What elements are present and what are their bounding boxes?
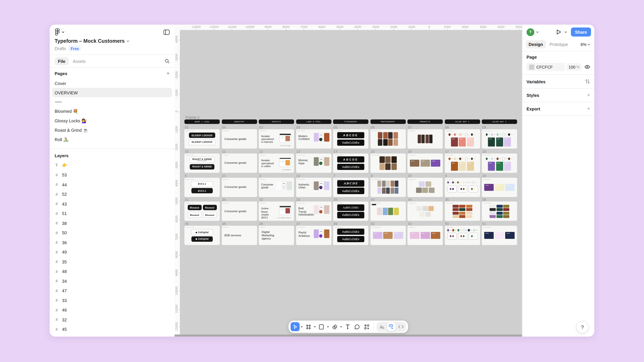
- canvas-card[interactable]: SERVICEConsumergoodsAa: [259, 177, 294, 197]
- sidebar-page-item[interactable]: Roll 🚴: [52, 135, 172, 144]
- canvas-card[interactable]: PRODUCTS: [407, 129, 443, 148]
- canvas-card[interactable]: PHOTOGRAPHY: [370, 129, 406, 148]
- file-title-row[interactable]: Typeform – Mock Customers: [55, 38, 170, 44]
- layer-item[interactable]: #46: [52, 305, 172, 315]
- search-icon[interactable]: [165, 59, 170, 63]
- add-style-icon[interactable]: +: [587, 93, 590, 97]
- canvas-card[interactable]: INDUSTRYConsumer goods: [222, 129, 257, 148]
- column-header-pill[interactable]: LOOK & FEEL: [296, 119, 331, 124]
- canvas-card[interactable]: TYPOGRAPHYABCDEAaBbCcDdEe: [333, 129, 368, 148]
- tab-assets[interactable]: Assets: [73, 59, 86, 63]
- column-header-pill[interactable]: COLOR WAY 2: [482, 119, 517, 124]
- layer-item[interactable]: #52: [52, 189, 172, 199]
- layer-item[interactable]: T👉: [52, 161, 172, 170]
- canvas-card[interactable]: COLOR WAY 2: [482, 153, 517, 173]
- layer-item[interactable]: #33: [52, 296, 172, 305]
- canvas-card[interactable]: LOOK & FEELMinimal,HypeAa: [296, 153, 331, 173]
- page-color-field[interactable]: CFCFCF: [526, 63, 565, 71]
- canvas-card[interactable]: COLOR WAY 2: [482, 129, 517, 148]
- canvas-card[interactable]: COLOR WAY 2: [482, 202, 517, 221]
- main-menu-chevron-icon[interactable]: [62, 31, 64, 33]
- frame-label[interactable]: Frame 2: [186, 115, 200, 119]
- variables-sliders-icon[interactable]: [585, 79, 590, 84]
- layer-item[interactable]: #32: [52, 315, 172, 325]
- zoom-control[interactable]: 6%: [580, 42, 590, 46]
- canvas-card[interactable]: SERVICEDigitalMarketingagency: [259, 226, 294, 245]
- add-export-icon[interactable]: +: [587, 107, 590, 111]
- canvas-card[interactable]: PRODUCTS: [407, 202, 443, 221]
- shape-tool-button[interactable]: [317, 322, 326, 331]
- pen-tool-button[interactable]: [330, 322, 339, 331]
- tab-file[interactable]: File: [55, 57, 68, 65]
- canvas-card[interactable]: NAME + LOGOROLLROLL: [184, 177, 220, 197]
- canvas-card[interactable]: PRODUCTS: [407, 226, 443, 245]
- canvas-card[interactable]: TYPOGRAPHYAaBbCcDdEeAaBbCcDdEe: [333, 226, 368, 245]
- column-header-pill[interactable]: TYPOGRAPHY: [333, 119, 368, 124]
- column-header-pill[interactable]: PRODUCTS: [407, 119, 443, 124]
- column-header-pill[interactable]: INDUSTRY: [222, 119, 257, 124]
- sidebar-page-item[interactable]: Glossy Locks 💇‍♀️: [52, 116, 172, 125]
- layer-item[interactable]: #50: [52, 228, 172, 238]
- figma-logo-icon[interactable]: [55, 28, 60, 36]
- canvas-card[interactable]: LOOK & FEELModern,ConfidentAa: [296, 129, 331, 148]
- layer-item[interactable]: #45: [52, 325, 172, 334]
- comment-tool-button[interactable]: [352, 322, 362, 331]
- variables-section[interactable]: Variables: [522, 75, 594, 88]
- sidebar-page-item[interactable]: Roast & Grind ☕: [52, 125, 172, 135]
- canvas-card[interactable]: NAME + LOGOGLOSSY LOCKS®GLOSSY LOCKS®: [184, 129, 220, 148]
- canvas-card[interactable]: INDUSTRYB2B services: [222, 226, 257, 245]
- canvas-card[interactable]: PRODUCTS: [407, 177, 443, 197]
- frame-tool-button[interactable]: [304, 322, 313, 331]
- sidebar-page-item[interactable]: OVERVIEW: [52, 88, 172, 97]
- canvas-card[interactable]: PHOTOGRAPHY: [370, 202, 406, 221]
- canvas-card[interactable]: LOOK & FEELAuthenticUrbanAa: [296, 177, 331, 197]
- canvas-card[interactable]: LOOK & FEELPlayfulAmbitiousAa: [296, 226, 331, 245]
- avatar-chevron-icon[interactable]: [536, 31, 539, 33]
- measure-inspect-button[interactable]: [387, 322, 396, 331]
- layer-item[interactable]: #51: [52, 209, 172, 218]
- present-play-icon[interactable]: [556, 29, 561, 35]
- add-page-icon[interactable]: +: [166, 71, 170, 75]
- file-title-chevron-icon[interactable]: [126, 40, 129, 42]
- canvas-card[interactable]: TYPOGRAPHYABCDEAaBbCcDdEe: [333, 153, 368, 173]
- sidebar-page-item[interactable]: Cover: [52, 78, 172, 88]
- canvas-card[interactable]: NAME + LOGO◆ ZoDigital◆ ZoDigital: [184, 226, 220, 245]
- canvas-card[interactable]: COLOR WAY 1: [444, 177, 480, 197]
- actions-tool-button[interactable]: [362, 322, 371, 331]
- canvas-card[interactable]: SERVICEOnlineflowerretailer(B2C)ref: Fre…: [259, 202, 294, 221]
- layer-item[interactable]: #38: [52, 218, 172, 228]
- frame-tool-chevron-icon[interactable]: [313, 322, 316, 331]
- canvas-card[interactable]: PHOTOGRAPHY: [370, 226, 406, 245]
- layer-item[interactable]: #53: [52, 170, 172, 180]
- layer-item[interactable]: #43: [52, 199, 172, 209]
- canvas-card[interactable]: PRODUCTS: [407, 153, 443, 173]
- layer-item[interactable]: #34: [52, 276, 172, 286]
- move-tool-button[interactable]: [291, 322, 300, 331]
- text-tool-button[interactable]: [343, 322, 352, 331]
- canvas-card[interactable]: NAME + LOGOBloomedBloomedBloomedBloomed: [184, 202, 220, 221]
- code-devmode-button[interactable]: [396, 323, 405, 331]
- layer-item[interactable]: #44: [52, 180, 172, 190]
- canvas-card[interactable]: COLOR WAY 1: [444, 226, 480, 245]
- tab-prototype[interactable]: Prototype: [548, 40, 570, 48]
- canvas-card[interactable]: INDUSTRYConsumer goods: [222, 202, 257, 221]
- layer-item[interactable]: #47: [52, 286, 172, 296]
- export-section[interactable]: Export +: [522, 102, 594, 115]
- visibility-eye-icon[interactable]: [584, 65, 590, 69]
- styles-section[interactable]: Styles +: [522, 89, 594, 102]
- canvas[interactable]: -13000-12000-11000-10000-9000-8000-7000-…: [174, 25, 522, 337]
- canvas-card[interactable]: COLOR WAY 1: [444, 202, 480, 221]
- move-tool-chevron-icon[interactable]: [300, 322, 304, 331]
- layer-item[interactable]: #48: [52, 267, 172, 276]
- file-location[interactable]: Drafts: [55, 46, 66, 51]
- canvas-card[interactable]: COLOR WAY 1: [444, 153, 480, 173]
- tab-design[interactable]: Design: [526, 40, 546, 48]
- pen-tool-chevron-icon[interactable]: [340, 322, 343, 331]
- shape-tool-chevron-icon[interactable]: [326, 322, 330, 331]
- layer-item[interactable]: #35: [52, 257, 172, 267]
- help-button[interactable]: ?: [576, 322, 588, 333]
- layer-item[interactable]: #36: [52, 238, 172, 247]
- column-header-pill[interactable]: NAME + LOGO: [184, 119, 220, 124]
- canvas-card[interactable]: TYPOGRAPHYABCDEAaBbCcDdEe: [333, 177, 368, 197]
- sidebar-page-item[interactable]: Bloomed 💐: [52, 107, 172, 116]
